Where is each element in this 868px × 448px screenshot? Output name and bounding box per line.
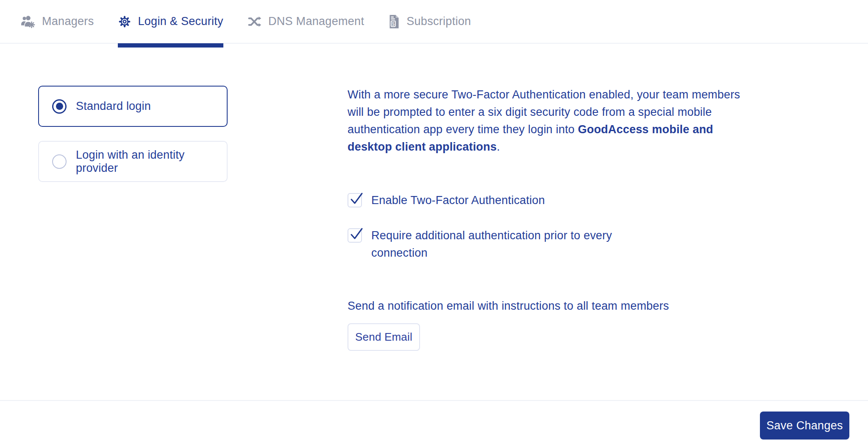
notification-email-text: Send a notification email with instructi…	[348, 300, 669, 313]
option-identity-provider[interactable]: Login with an identity provider	[38, 141, 228, 182]
tab-label: Subscription	[406, 15, 471, 28]
require-additional-auth-row: Require additional authentication prior …	[348, 227, 645, 262]
settings-tab-bar: Managers Login &	[0, 0, 868, 44]
invoice-icon: $	[388, 14, 400, 29]
footer-divider	[0, 400, 868, 401]
option-label: Login with an identity provider	[76, 148, 227, 175]
tab-dns-management[interactable]: DNS Management	[248, 0, 364, 43]
tab-managers[interactable]: Managers	[20, 0, 94, 43]
save-changes-button[interactable]: Save Changes	[760, 412, 849, 440]
gear-icon	[118, 15, 131, 28]
option-standard-login[interactable]: Standard login	[38, 86, 228, 127]
managers-icon	[20, 14, 36, 29]
radio-unselected-icon[interactable]	[52, 154, 67, 169]
tab-label: Login & Security	[138, 15, 223, 28]
send-email-button[interactable]: Send Email	[348, 323, 420, 351]
shuffle-icon	[248, 14, 262, 29]
tab-login-security[interactable]: Login & Security	[118, 0, 223, 43]
tab-subscription[interactable]: $ Subscription	[388, 0, 471, 43]
tab-label: Managers	[42, 15, 94, 28]
enable-2fa-checkbox[interactable]	[348, 193, 362, 207]
require-additional-auth-checkbox[interactable]	[348, 228, 362, 243]
option-label: Standard login	[76, 100, 151, 113]
radio-selected-icon[interactable]	[52, 99, 67, 114]
checkbox-label: Enable Two-Factor Authentication	[371, 192, 545, 209]
tab-label: DNS Management	[268, 15, 364, 28]
checkbox-label: Require additional authentication prior …	[371, 227, 645, 262]
enable-2fa-row: Enable Two-Factor Authentication	[348, 192, 545, 209]
description-period: .	[497, 140, 500, 153]
two-factor-description: With a more secure Two-Factor Authentica…	[348, 86, 754, 156]
login-security-settings-page: Managers Login &	[0, 0, 868, 448]
svg-text:$: $	[392, 21, 395, 26]
